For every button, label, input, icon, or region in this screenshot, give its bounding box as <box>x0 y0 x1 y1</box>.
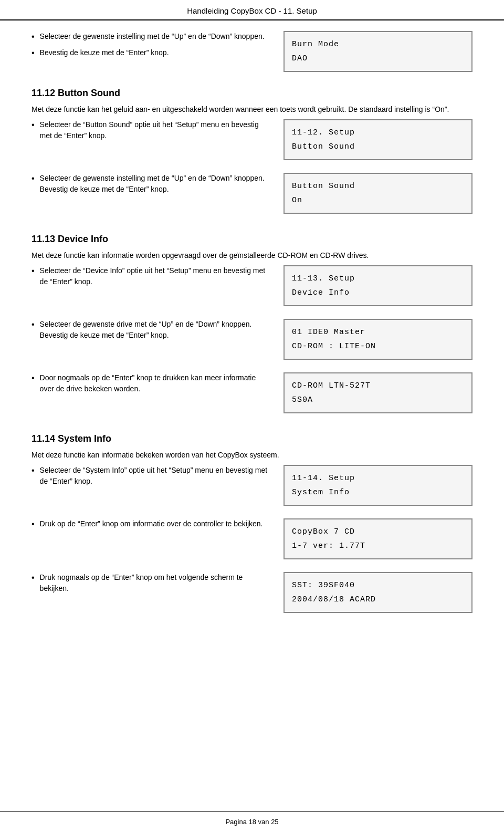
section-14-block1: • Selecteer de “System Info” optie uit h… <box>32 465 472 511</box>
page-title: Handleiding CopyBox CD - 11. Setup <box>187 6 317 15</box>
section-12: 11.12 Button Sound Met deze functie kan … <box>32 88 472 219</box>
bullet-icon-s12-1: • <box>32 120 35 130</box>
s14-lcd2-line2: 1-7 ver: 1.77T <box>292 539 464 553</box>
bullet-icon-s14-3: • <box>32 573 35 583</box>
intro-bullet-2-text: Bevestig de keuze met de “Enter” knop. <box>40 47 169 58</box>
section-13-left3: • Door nogmaals op de “Enter” knop te dr… <box>32 372 271 400</box>
page-header: Handleiding CopyBox CD - 11. Setup <box>0 0 504 20</box>
section-13-bullet3: • Door nogmaals op de “Enter” knop te dr… <box>32 372 271 394</box>
section-14-bullet3: • Druk nogmaals op de “Enter” knop om he… <box>32 572 271 594</box>
section-12-bullet1: • Selecteer de “Button Sound” optie uit … <box>32 119 271 141</box>
section-13-bullet2: • Selecteer de gewenste drive met de “Up… <box>32 319 271 341</box>
s14-lcd3-line1: SST: 39SF040 <box>292 578 464 592</box>
section-14-lcd1: 11-14. Setup System Info <box>284 465 472 506</box>
section-14-bullet1-text: Selecteer de “System Info” optie uit het… <box>40 465 271 487</box>
section-12-desc: Met deze functie kan het geluid aan- en … <box>32 104 472 115</box>
section-13-lcd2: 01 IDE0 Master CD-ROM : LITE-ON <box>284 319 472 360</box>
s12-lcd2-line2: On <box>292 193 464 207</box>
section-13-lcd1: 11-13. Setup Device Info <box>284 265 472 306</box>
section-14-block3: • Druk nogmaals op de “Enter” knop om he… <box>32 572 472 618</box>
section-14-left2: • Druk op de “Enter” knop om informatie … <box>32 518 271 535</box>
s13-lcd1-line1: 11-13. Setup <box>292 272 464 286</box>
bullet-icon-s14-2: • <box>32 519 35 529</box>
section-13-desc: Met deze functie kan informatie worden o… <box>32 250 472 261</box>
s13-lcd3-line2: 5S0A <box>292 393 464 407</box>
section-13-title: 11.13 Device Info <box>32 234 472 245</box>
bullet-icon-s12-2: • <box>32 174 35 183</box>
s14-lcd1-line2: System Info <box>292 485 464 500</box>
section-14-right2: CopyBox 7 CD 1-7 ver: 1.77T <box>284 518 472 565</box>
bullet-icon-s13-1: • <box>32 266 35 276</box>
burn-mode-line2: DAO <box>292 51 464 66</box>
intro-bullet-2: • Bevestig de keuze met de “Enter” knop. <box>32 47 271 58</box>
section-12-left2: • Selecteer de gewenste instelling met d… <box>32 173 271 200</box>
section-13-left1: • Selecteer de “Device Info” optie uit h… <box>32 265 271 293</box>
s13-lcd3-line1: CD-ROM LTN-527T <box>292 379 464 393</box>
burn-mode-line1: Burn Mode <box>292 37 464 51</box>
section-14-bullet1: • Selecteer de “System Info” optie uit h… <box>32 465 271 487</box>
section-12-bullet1-text: Selecteer de “Button Sound” optie uit he… <box>40 119 271 141</box>
section-14-lcd2: CopyBox 7 CD 1-7 ver: 1.77T <box>284 518 472 559</box>
s14-lcd3-line2: 2004/08/18 ACARD <box>292 592 464 607</box>
section-14-right1: 11-14. Setup System Info <box>284 465 472 511</box>
section-13-bullet1-text: Selecteer de “Device Info” optie uit het… <box>40 265 271 287</box>
bullet-icon-s14-1: • <box>32 466 35 475</box>
section-12-bullet2-text: Selecteer de gewenste instelling met de … <box>40 173 271 195</box>
section-14-block2: • Druk op de “Enter” knop om informatie … <box>32 518 472 565</box>
section-14-left1: • Selecteer de “System Info” optie uit h… <box>32 465 271 492</box>
section-12-right1: 11-12. Setup Button Sound <box>284 119 472 165</box>
page-footer: Pagina 18 van 25 <box>0 811 504 832</box>
intro-bullets: • Selecteer de gewenste instelling met d… <box>32 31 271 77</box>
intro-bullet-1-text: Selecteer de gewenste instelling met de … <box>40 31 265 42</box>
bullet-icon-2: • <box>32 48 35 58</box>
section-13-right2: 01 IDE0 Master CD-ROM : LITE-ON <box>284 319 472 365</box>
section-12-block2: • Selecteer de gewenste instelling met d… <box>32 173 472 219</box>
s14-lcd2-line1: CopyBox 7 CD <box>292 525 464 539</box>
section-12-block1: • Selecteer de “Button Sound” optie uit … <box>32 119 472 165</box>
section-14-title: 11.14 System Info <box>32 433 472 444</box>
section-14-desc: Met deze functie kan informatie bekeken … <box>32 450 472 461</box>
section-14-bullet3-text: Druk nogmaals op de “Enter” knop om het … <box>40 572 271 594</box>
section-14-right3: SST: 39SF040 2004/08/18 ACARD <box>284 572 472 618</box>
s12-lcd2-line1: Button Sound <box>292 179 464 193</box>
section-13-bullet1: • Selecteer de “Device Info” optie uit h… <box>32 265 271 287</box>
s12-lcd1-line1: 11-12. Setup <box>292 126 464 140</box>
section-13-block2: • Selecteer de gewenste drive met de “Up… <box>32 319 472 365</box>
section-12-right2: Button Sound On <box>284 173 472 219</box>
section-13-block3: • Door nogmaals op de “Enter” knop te dr… <box>32 372 472 419</box>
burn-mode-lcd: Burn Mode DAO <box>284 31 472 72</box>
section-13-bullet3-text: Door nogmaals op de “Enter” knop te druk… <box>40 372 271 394</box>
section-14: 11.14 System Info Met deze functie kan i… <box>32 433 472 618</box>
section-13: 11.13 Device Info Met deze functie kan i… <box>32 234 472 419</box>
s12-lcd1-line2: Button Sound <box>292 140 464 154</box>
section-13-block1: • Selecteer de “Device Info” optie uit h… <box>32 265 472 311</box>
section-14-lcd3: SST: 39SF040 2004/08/18 ACARD <box>284 572 472 613</box>
section-12-lcd2: Button Sound On <box>284 173 472 214</box>
intro-section: • Selecteer de gewenste instelling met d… <box>32 31 472 77</box>
s13-lcd1-line2: Device Info <box>292 286 464 300</box>
footer-text: Pagina 18 van 25 <box>225 818 278 826</box>
section-12-bullet2: • Selecteer de gewenste instelling met d… <box>32 173 271 195</box>
s14-lcd1-line1: 11-14. Setup <box>292 471 464 485</box>
section-13-left2: • Selecteer de gewenste drive met de “Up… <box>32 319 271 346</box>
section-14-left3: • Druk nogmaals op de “Enter” knop om he… <box>32 572 271 599</box>
bullet-icon-s13-3: • <box>32 373 35 383</box>
bullet-icon-s13-2: • <box>32 320 35 329</box>
s13-lcd2-line1: 01 IDE0 Master <box>292 325 464 339</box>
page-container: Handleiding CopyBox CD - 11. Setup • Sel… <box>0 0 504 832</box>
s13-lcd2-line2: CD-ROM : LITE-ON <box>292 339 464 353</box>
section-14-bullet2-text: Druk op de “Enter” knop om informatie ov… <box>40 518 263 529</box>
bullet-icon-1: • <box>32 32 35 41</box>
section-12-left1: • Selecteer de “Button Sound” optie uit … <box>32 119 271 147</box>
section-14-bullet2: • Druk op de “Enter” knop om informatie … <box>32 518 271 529</box>
section-12-title: 11.12 Button Sound <box>32 88 472 99</box>
page-content: • Selecteer de gewenste instelling met d… <box>0 20 504 811</box>
intro-bullet-1: • Selecteer de gewenste instelling met d… <box>32 31 271 42</box>
section-12-lcd1: 11-12. Setup Button Sound <box>284 119 472 160</box>
section-13-bullet2-text: Selecteer de gewenste drive met de “Up” … <box>40 319 271 341</box>
section-13-right3: CD-ROM LTN-527T 5S0A <box>284 372 472 419</box>
burn-mode-box: Burn Mode DAO <box>284 31 472 77</box>
section-13-lcd3: CD-ROM LTN-527T 5S0A <box>284 372 472 413</box>
section-13-right1: 11-13. Setup Device Info <box>284 265 472 311</box>
